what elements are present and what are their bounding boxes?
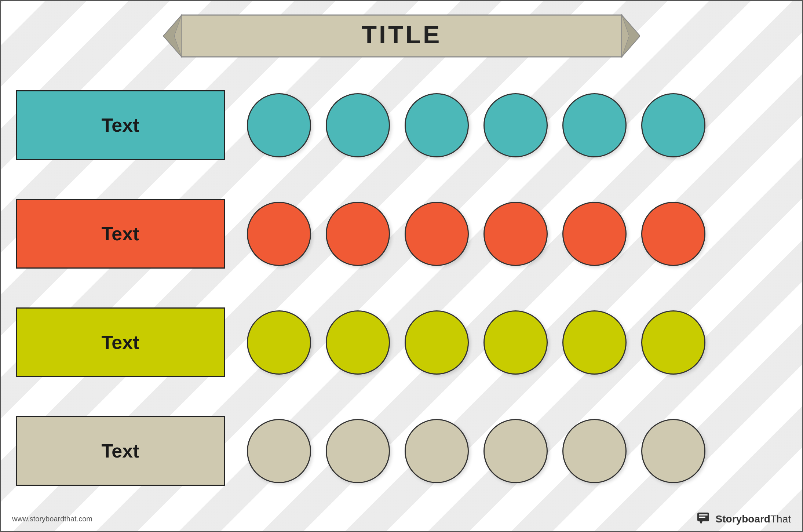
svg-text:TITLE: TITLE xyxy=(361,21,442,48)
circle-orange-3 xyxy=(405,202,469,266)
footer-brand: StoryboardThat xyxy=(697,513,791,525)
circle-orange-6 xyxy=(641,202,705,266)
circle-tan-5 xyxy=(562,419,627,483)
circles-orange xyxy=(247,202,787,266)
circle-tan-4 xyxy=(483,419,548,483)
content-area: Text Text xyxy=(16,67,787,509)
circle-tan-1 xyxy=(247,419,311,483)
brand-bold: Storyboard xyxy=(716,513,770,525)
circle-yellow-3 xyxy=(405,310,469,375)
circle-yellow-5 xyxy=(562,310,627,375)
banner-svg: TITLE xyxy=(163,12,640,60)
circle-orange-1 xyxy=(247,202,311,266)
label-box-tan: Text xyxy=(16,416,225,486)
circle-teal-3 xyxy=(405,93,469,157)
row-orange: Text xyxy=(16,197,787,270)
circle-tan-2 xyxy=(326,419,390,483)
circle-yellow-6 xyxy=(641,310,705,375)
circle-yellow-4 xyxy=(483,310,548,375)
circle-teal-1 xyxy=(247,93,311,157)
circle-orange-4 xyxy=(483,202,548,266)
circle-orange-2 xyxy=(326,202,390,266)
svg-rect-9 xyxy=(699,517,705,518)
label-yellow: Text xyxy=(101,331,139,353)
circles-tan xyxy=(247,419,787,483)
label-tan: Text xyxy=(101,440,139,462)
footer-url: www.storyboardthat.com xyxy=(12,515,92,523)
circles-teal xyxy=(247,93,787,157)
svg-rect-8 xyxy=(699,514,708,515)
circle-teal-6 xyxy=(641,93,705,157)
circle-teal-5 xyxy=(562,93,627,157)
circle-yellow-2 xyxy=(326,310,390,375)
circle-teal-4 xyxy=(483,93,548,157)
brand-regular: That xyxy=(770,513,791,525)
circle-orange-5 xyxy=(562,202,627,266)
footer: www.storyboardthat.com StoryboardThat xyxy=(12,513,791,525)
label-orange: Text xyxy=(101,223,139,245)
brand-name: StoryboardThat xyxy=(716,513,791,525)
label-teal: Text xyxy=(101,114,139,136)
svg-marker-7 xyxy=(700,521,702,524)
circle-yellow-1 xyxy=(247,310,311,375)
row-tan: Text xyxy=(16,414,787,488)
label-box-yellow: Text xyxy=(16,307,225,377)
label-box-orange: Text xyxy=(16,199,225,269)
row-yellow: Text xyxy=(16,306,787,379)
circle-tan-3 xyxy=(405,419,469,483)
label-box-teal: Text xyxy=(16,90,225,160)
circle-tan-6 xyxy=(641,419,705,483)
brand-icon xyxy=(697,513,712,525)
circle-teal-2 xyxy=(326,93,390,157)
row-teal: Text xyxy=(16,88,787,162)
circles-yellow xyxy=(247,310,787,375)
title-banner: TITLE xyxy=(163,12,640,60)
page: TITLE Text Text xyxy=(0,0,803,532)
